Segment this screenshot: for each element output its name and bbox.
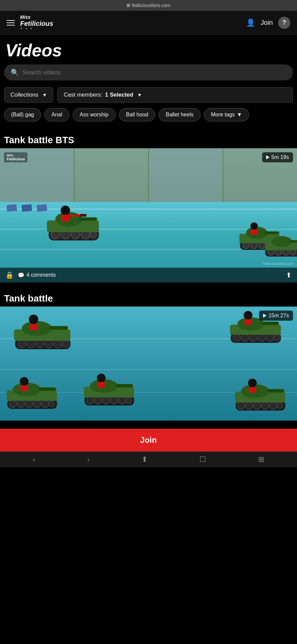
video-watermark-bts: Fetiliciousfans.com bbox=[262, 262, 294, 266]
search-input[interactable] bbox=[22, 69, 286, 76]
video-section-bts: Tank battle BTS bbox=[0, 129, 297, 288]
svg-point-85 bbox=[270, 402, 277, 409]
header-join-button[interactable]: Join bbox=[260, 19, 273, 26]
bottom-nav-bar: ‹ › ⬆ ☐ ⊞ bbox=[0, 451, 297, 467]
svg-point-90 bbox=[248, 379, 257, 387]
nav-bookmark-button[interactable]: ☐ bbox=[199, 455, 206, 464]
collections-filter-button[interactable]: Collections ▼ bbox=[4, 87, 53, 103]
svg-point-30 bbox=[272, 236, 292, 247]
tank-3-svg bbox=[263, 232, 297, 262]
tank-br-svg bbox=[232, 377, 290, 416]
tag-ball-hood[interactable]: Ball hood bbox=[119, 108, 156, 121]
svg-point-38 bbox=[62, 340, 69, 347]
hamburger-menu[interactable] bbox=[7, 20, 15, 25]
comment-icon: 💬 bbox=[18, 272, 24, 278]
tag-anal[interactable]: Anal bbox=[44, 108, 69, 121]
svg-point-33 bbox=[18, 340, 26, 348]
svg-point-81 bbox=[237, 402, 245, 409]
nav-forward-button[interactable]: › bbox=[87, 455, 90, 464]
cast-label: Cast members: bbox=[64, 92, 102, 98]
tag-ball-gag[interactable]: (Ball) gag bbox=[4, 108, 41, 121]
video-title-bts: Tank battle BTS bbox=[0, 129, 297, 148]
more-tags-chevron-icon: ▼ bbox=[237, 112, 242, 118]
collections-label: Collections bbox=[10, 92, 38, 98]
favicon-icon bbox=[127, 4, 130, 7]
logo-ornament: ✦ ❧ ✦ bbox=[20, 27, 53, 31]
cast-selected-count: 1 Selected bbox=[105, 92, 133, 98]
svg-point-74 bbox=[126, 397, 132, 404]
video-scene-bts: Miss Fetilicious 5m 19s Fetiliciousfans.… bbox=[0, 148, 297, 282]
tag-ass-worship[interactable]: Ass worship bbox=[73, 108, 116, 121]
cast-members-filter-button[interactable]: Cast members: 1 Selected ▼ bbox=[57, 87, 293, 103]
svg-point-73 bbox=[118, 397, 126, 404]
svg-rect-43 bbox=[29, 324, 38, 330]
svg-rect-10 bbox=[61, 215, 70, 221]
video-duration-tank-battle: 15m 27s bbox=[259, 311, 293, 321]
collections-chevron-icon: ▼ bbox=[42, 92, 47, 98]
user-icon[interactable]: 👤 bbox=[246, 18, 255, 27]
logo[interactable]: Miss Fetilicious ✦ ❧ ✦ bbox=[20, 15, 53, 31]
lock-icon: 🔒 bbox=[5, 271, 14, 279]
svg-point-84 bbox=[261, 402, 269, 409]
header-left: Miss Fetilicious ✦ ❧ ✦ bbox=[7, 15, 53, 31]
svg-point-58 bbox=[17, 400, 24, 408]
tag-ballet-heels[interactable]: Ballet heels bbox=[159, 108, 200, 121]
svg-point-49 bbox=[266, 334, 274, 341]
nav-back-button[interactable]: ‹ bbox=[33, 455, 35, 464]
cast-chevron-icon: ▼ bbox=[137, 92, 142, 98]
tank-tl-svg bbox=[10, 313, 77, 354]
svg-point-83 bbox=[253, 402, 261, 409]
search-icon: 🔍 bbox=[11, 68, 19, 76]
tags-row: (Ball) gag Anal Ass worship Ball hood Ba… bbox=[0, 108, 297, 129]
svg-rect-89 bbox=[267, 389, 284, 392]
filter-row: Collections ▼ Cast members: 1 Selected ▼ bbox=[0, 87, 297, 108]
svg-point-71 bbox=[102, 397, 110, 404]
more-tags-button[interactable]: More tags ▼ bbox=[204, 108, 249, 121]
svg-rect-79 bbox=[98, 382, 105, 388]
svg-rect-41 bbox=[50, 326, 68, 330]
svg-point-82 bbox=[245, 402, 253, 409]
video-watermark-logo: Miss Fetilicious bbox=[4, 152, 27, 162]
svg-point-72 bbox=[110, 397, 118, 404]
svg-point-69 bbox=[86, 397, 94, 404]
svg-point-59 bbox=[25, 400, 33, 408]
video-thumbnail-tank-battle[interactable]: 15m 27s bbox=[0, 307, 297, 421]
play-icon-2 bbox=[263, 314, 266, 318]
video-footer-left: 🔒 💬 4 comments bbox=[5, 271, 56, 279]
svg-rect-12 bbox=[80, 214, 86, 217]
svg-rect-31 bbox=[290, 240, 297, 243]
video-duration-bts: 5m 19s bbox=[262, 152, 293, 162]
svg-rect-91 bbox=[249, 387, 256, 393]
svg-point-47 bbox=[250, 334, 257, 341]
help-button[interactable]: ? bbox=[278, 17, 290, 29]
join-bar[interactable]: Join bbox=[0, 429, 297, 451]
video-thumbnail-bts[interactable]: Miss Fetilicious 5m 19s Fetiliciousfans.… bbox=[0, 148, 297, 282]
svg-point-62 bbox=[49, 401, 55, 407]
svg-point-34 bbox=[27, 340, 35, 348]
tank-bl-svg bbox=[3, 375, 62, 414]
svg-rect-55 bbox=[244, 319, 252, 325]
svg-point-66 bbox=[20, 377, 28, 386]
svg-point-36 bbox=[45, 340, 53, 348]
video-footer-bts: 🔒 💬 4 comments ⬆ bbox=[0, 268, 297, 282]
video-title-tank-battle: Tank battle bbox=[0, 288, 297, 307]
browser-url: fetiliciousfans.com bbox=[132, 3, 170, 8]
comments-wrap[interactable]: 💬 4 comments bbox=[18, 272, 56, 278]
share-icon[interactable]: ⬆ bbox=[286, 271, 292, 279]
poolside-chairs bbox=[7, 205, 47, 211]
nav-tabs-button[interactable]: ⊞ bbox=[258, 455, 264, 464]
logo-line1: Miss bbox=[20, 15, 53, 20]
svg-rect-8 bbox=[79, 217, 97, 221]
page-title: Videos bbox=[0, 35, 297, 64]
logo-line2: Fetilicious bbox=[20, 20, 53, 27]
svg-point-86 bbox=[277, 402, 283, 409]
svg-point-35 bbox=[36, 340, 44, 348]
header-right: 👤 Join ? bbox=[246, 17, 290, 29]
video-section-tank-battle: Tank battle bbox=[0, 288, 297, 426]
search-bar[interactable]: 🔍 bbox=[4, 64, 293, 80]
svg-point-37 bbox=[54, 340, 62, 348]
browser-bar: fetiliciousfans.com bbox=[0, 0, 297, 11]
nav-share-button[interactable]: ⬆ bbox=[141, 455, 147, 464]
svg-point-46 bbox=[241, 334, 249, 341]
play-icon bbox=[266, 155, 270, 159]
